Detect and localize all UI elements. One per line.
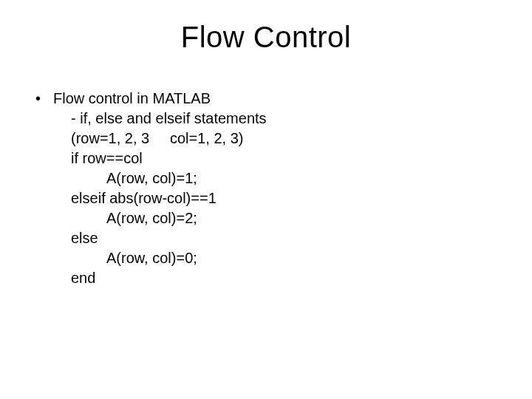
code-line: (row=1, 2, 3 col=1, 2, 3) [35, 129, 497, 149]
code-line: A(row, col)=1; [35, 168, 497, 188]
slide-title: Flow Control [0, 21, 532, 54]
code-line: end [35, 268, 497, 288]
code-line: A(row, col)=2; [35, 208, 497, 228]
code-line: if row==col [35, 149, 497, 168]
code-line: else [35, 228, 497, 248]
code-line: elseif abs(row-col)==1 [35, 188, 497, 208]
code-line: - if, else and elseif statements [35, 109, 497, 129]
slide-body: Flow control in MATLAB - if, else and el… [35, 89, 497, 288]
slide: Flow Control Flow control in MATLAB - if… [0, 0, 532, 399]
code-line: A(row, col)=0; [35, 248, 497, 268]
bullet-item: Flow control in MATLAB [35, 89, 497, 109]
